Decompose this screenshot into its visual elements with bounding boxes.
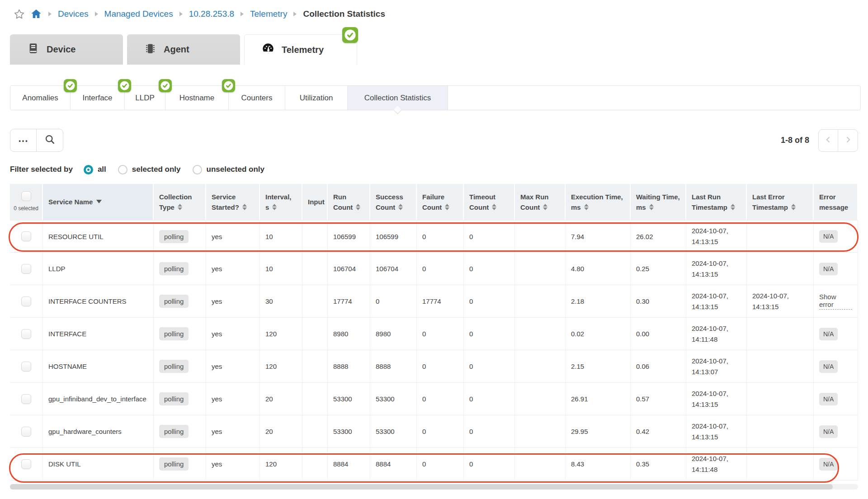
column-header-waiting_time[interactable]: Waiting Time, ms <box>631 184 686 220</box>
horizontal-scrollbar[interactable] <box>10 484 858 490</box>
previous-page-button[interactable] <box>819 130 838 151</box>
cell-timeout_count: 0 <box>464 448 515 480</box>
subtab-interface[interactable]: Interface <box>71 86 125 110</box>
horizontal-scrollbar-thumb[interactable] <box>10 484 833 490</box>
table-row[interactable]: INTERFACEpollingyes12089808980000.020.00… <box>10 318 858 350</box>
tab-agent[interactable]: Agent <box>127 34 240 65</box>
column-header-timeout_count[interactable]: Timeout Count <box>464 184 515 220</box>
active-tab-notch <box>393 106 401 114</box>
timestamp-value: 2024-10-07, 14:11:48 <box>692 453 728 475</box>
column-header-service_started[interactable]: Service Started? <box>206 184 260 220</box>
error-na-badge: N/A <box>819 230 838 243</box>
table-row[interactable]: gpu_infiniband_dev_to_interfacepollingye… <box>10 383 858 415</box>
column-header-max_run_count[interactable]: Max Run Count <box>515 184 566 220</box>
cell-value: 20 <box>265 428 273 435</box>
select-all-header: 0 selected <box>10 184 43 220</box>
favorite-star-icon[interactable] <box>14 9 25 20</box>
cell-service_name: LLDP <box>43 253 154 285</box>
home-icon[interactable] <box>30 8 42 20</box>
cell-service_name: gpu_infiniband_dev_to_interface <box>43 383 154 415</box>
tab-device[interactable]: Device <box>10 34 123 65</box>
table-row[interactable]: LLDPpollingyes10106704106704004.800.2520… <box>10 253 858 285</box>
cell-last_run: 2024-10-07, 14:13:07 <box>686 350 747 382</box>
breadcrumb-link[interactable]: Managed Devices <box>104 9 173 19</box>
gauge-icon <box>262 42 274 57</box>
cell-timeout_count: 0 <box>464 415 515 447</box>
pagination: 1-8 of 8 <box>781 129 858 152</box>
filter-radio-unselected-only[interactable]: unselected only <box>193 165 264 174</box>
cell-last_run: 2024-10-07, 14:13:15 <box>686 221 747 252</box>
table-row[interactable]: gpu_hardware_counterspollingyes205330053… <box>10 415 858 448</box>
subtab-collection-statistics[interactable]: Collection Statistics <box>348 86 448 110</box>
timestamp-value: 2024-10-07, 14:13:15 <box>692 258 728 280</box>
pagination-range: 1-8 of 8 <box>781 136 809 145</box>
subtab-counters[interactable]: Counters <box>229 86 285 110</box>
row-checkbox[interactable] <box>21 459 31 469</box>
error-na-badge: N/A <box>819 360 838 373</box>
radio-button-icon[interactable] <box>84 165 93 174</box>
cell-value: 0 <box>376 297 379 305</box>
cell-service_started: yes <box>206 350 260 382</box>
column-header-interval[interactable]: Interval, s <box>260 184 302 220</box>
filter-radio-selected-only[interactable]: selected only <box>118 165 181 174</box>
table-row[interactable]: RESOURCE UTILpollingyes10106599106599007… <box>10 220 858 253</box>
row-checkbox[interactable] <box>21 329 31 339</box>
breadcrumb-separator-icon <box>179 12 183 16</box>
row-checkbox[interactable] <box>21 427 31 437</box>
row-checkbox[interactable] <box>21 231 31 241</box>
row-checkbox[interactable] <box>21 264 31 274</box>
subtab-utilization[interactable]: Utilization <box>285 86 348 110</box>
row-checkbox[interactable] <box>21 297 31 306</box>
column-header-success_count[interactable]: Success Count <box>370 184 417 220</box>
filter-radio-all[interactable]: all <box>84 165 106 174</box>
next-page-button[interactable] <box>838 130 858 151</box>
cell-value: 120 <box>265 362 277 370</box>
selected-count-label: 0 selected <box>14 204 38 213</box>
cell-success_count: 8980 <box>370 318 417 350</box>
cell-select <box>10 415 43 447</box>
radio-button-icon[interactable] <box>118 165 127 174</box>
show-error-link[interactable]: Show error <box>819 293 852 310</box>
row-checkbox[interactable] <box>21 394 31 404</box>
tab-label: Device <box>47 44 76 55</box>
chevron-left-icon <box>823 135 833 146</box>
table-row[interactable]: HOSTNAMEpollingyes12088888888002.150.062… <box>10 350 858 383</box>
more-actions-button[interactable]: ... <box>10 129 37 151</box>
column-header-collection_type[interactable]: Collection Type <box>154 184 206 220</box>
column-header-service_name[interactable]: Service Name <box>43 184 154 220</box>
column-header-last_error[interactable]: Last Error Timestamp <box>747 184 814 220</box>
select-all-checkbox[interactable] <box>21 191 31 201</box>
cell-service_name: RESOURCE UTIL <box>43 221 154 252</box>
radio-button-icon[interactable] <box>193 165 202 174</box>
subtab-anomalies[interactable]: Anomalies <box>10 86 71 110</box>
breadcrumb-link[interactable]: Devices <box>58 9 89 19</box>
cell-select <box>10 221 43 252</box>
cell-error_message: N/A <box>814 448 858 480</box>
sort-icon <box>272 204 277 210</box>
cell-value: 0.42 <box>636 428 649 435</box>
column-header-run_count[interactable]: Run Count <box>328 184 370 220</box>
cell-error_message: Show error <box>814 285 858 317</box>
column-header-execution_time[interactable]: Execution Time, ms <box>566 184 631 220</box>
column-header-label: Error message <box>819 192 852 213</box>
cell-waiting_time: 0.00 <box>631 318 686 350</box>
cell-last_run: 2024-10-07, 14:11:48 <box>686 318 747 350</box>
cell-value: 0 <box>469 428 473 435</box>
cell-last_run: 2024-10-07, 14:13:15 <box>686 285 747 317</box>
row-checkbox[interactable] <box>21 362 31 372</box>
breadcrumb-link[interactable]: Telemetry <box>250 9 287 19</box>
search-button[interactable] <box>37 129 63 151</box>
cell-failure_count: 0 <box>417 350 464 382</box>
cell-last_error <box>747 350 814 382</box>
tab-telemetry[interactable]: Telemetry <box>244 34 357 65</box>
column-header-failure_count[interactable]: Failure Count <box>417 184 464 220</box>
cell-value: 0.02 <box>571 330 584 338</box>
table-row[interactable]: DISK UTILpollingyes12088848884008.430.35… <box>10 448 858 480</box>
cell-interval: 120 <box>260 318 302 350</box>
column-header-last_run[interactable]: Last Run Timestamp <box>686 184 747 220</box>
cell-value: 0 <box>422 362 426 370</box>
cell-execution_time: 7.94 <box>566 221 631 252</box>
breadcrumb-link[interactable]: 10.28.253.8 <box>189 9 234 19</box>
subtab-hostname[interactable]: Hostname <box>165 86 229 110</box>
table-row[interactable]: INTERFACE COUNTERSpollingyes301777401777… <box>10 285 858 318</box>
